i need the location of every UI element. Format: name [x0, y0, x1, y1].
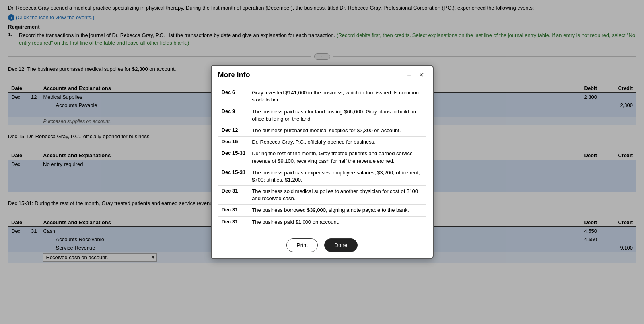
- event-desc: The business paid cash expenses: employe…: [249, 167, 426, 185]
- event-date: Dec 15-31: [218, 167, 249, 185]
- modal-dialog: More info − ✕ Dec 6 Gray invested $141,0…: [211, 65, 434, 259]
- event-desc: Dr. Rebecca Gray, P.C., officially opene…: [249, 137, 426, 148]
- event-desc: The business purchased medical supplies …: [249, 125, 426, 136]
- event-date: Dec 9: [218, 106, 249, 125]
- list-item: Dec 15-31 During the rest of the month, …: [218, 148, 426, 167]
- event-date: Dec 12: [218, 125, 249, 136]
- list-item: Dec 15 Dr. Rebecca Gray, P.C., officiall…: [218, 137, 426, 148]
- event-desc: The business paid $1,000 on account.: [249, 216, 426, 228]
- modal-minimize-button[interactable]: −: [405, 71, 413, 80]
- event-desc: The business sold medical supplies to an…: [249, 186, 426, 205]
- event-date: Dec 31: [218, 186, 249, 205]
- modal-controls: − ✕: [405, 70, 426, 80]
- event-date: Dec 15-31: [218, 148, 249, 167]
- list-item: Dec 15-31 The business paid cash expense…: [218, 167, 426, 185]
- modal-header: More info − ✕: [212, 66, 433, 83]
- event-date: Dec 31: [218, 216, 249, 228]
- list-item: Dec 31 The business sold medical supplie…: [218, 186, 426, 205]
- modal-overlay: More info − ✕ Dec 6 Gray invested $141,0…: [0, 0, 644, 275]
- event-desc: The business paid cash for land costing …: [249, 106, 426, 125]
- event-desc: The business borrowed $39,000, signing a…: [249, 205, 426, 216]
- list-item: Dec 6 Gray invested $141,000 in the busi…: [218, 87, 426, 106]
- event-date: Dec 6: [218, 87, 249, 106]
- event-desc: Gray invested $141,000 in the business, …: [249, 87, 426, 106]
- modal-footer: Print Done: [212, 232, 433, 258]
- list-item: Dec 12 The business purchased medical su…: [218, 125, 426, 136]
- modal-close-button[interactable]: ✕: [416, 70, 426, 80]
- modal-body: Dec 6 Gray invested $141,000 in the busi…: [212, 83, 433, 232]
- event-date: Dec 31: [218, 205, 249, 216]
- print-button[interactable]: Print: [286, 238, 318, 252]
- modal-title: More info: [218, 71, 250, 79]
- done-button[interactable]: Done: [324, 238, 357, 252]
- list-item: Dec 31 The business paid $1,000 on accou…: [218, 216, 426, 228]
- list-item: Dec 9 The business paid cash for land co…: [218, 106, 426, 125]
- event-date: Dec 15: [218, 137, 249, 148]
- main-content: Dec 12: The business purchased medical s…: [8, 66, 636, 271]
- events-table: Dec 6 Gray invested $141,000 in the busi…: [218, 87, 426, 228]
- event-desc: During the rest of the month, Gray treat…: [249, 148, 426, 167]
- list-item: Dec 31 The business borrowed $39,000, si…: [218, 205, 426, 216]
